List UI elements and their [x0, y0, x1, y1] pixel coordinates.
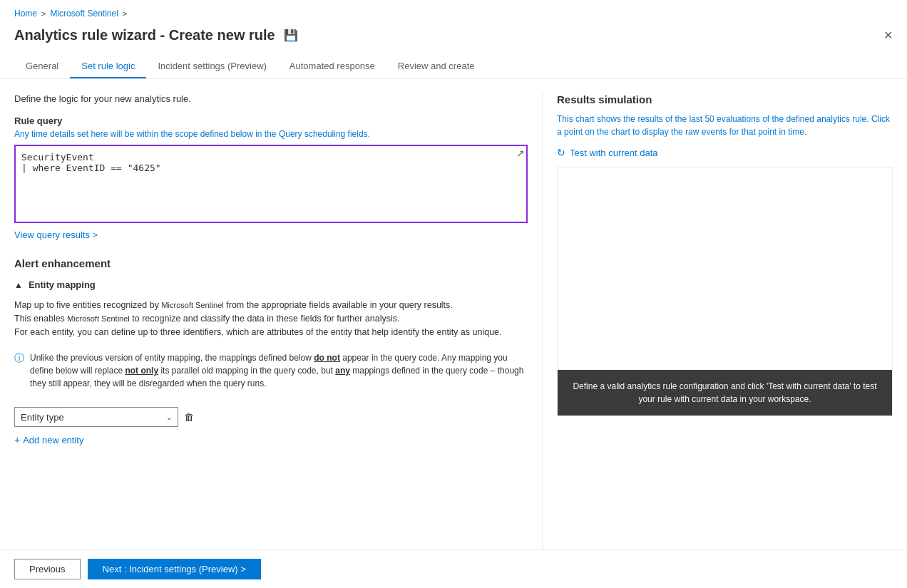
info-box: ⓘ Unlike the previous version of entity …	[14, 346, 528, 396]
info-text: Unlike the previous version of entity ma…	[30, 351, 528, 390]
test-btn-label: Test with current data	[570, 148, 658, 158]
breadcrumb-sep2: >	[123, 9, 127, 18]
info-icon: ⓘ	[14, 352, 24, 390]
entity-mapping-chevron-up: ▲	[14, 280, 23, 290]
next-button[interactable]: Next : Incident settings (Preview) >	[88, 559, 261, 579]
simulation-tooltip: Define a valid analytics rule configurat…	[558, 370, 892, 416]
previous-button[interactable]: Previous	[14, 559, 81, 579]
page-header: Analytics rule wizard - Create new rule …	[0, 24, 907, 55]
breadcrumb-sep1: >	[41, 9, 46, 18]
refresh-icon: ↻	[557, 147, 565, 158]
entity-mapping-label: Entity mapping	[29, 279, 96, 290]
section-intro: Define the logic for your new analytics …	[14, 93, 528, 104]
tab-automated-response[interactable]: Automated response	[278, 55, 386, 78]
breadcrumb-sentinel[interactable]: Microsoft Sentinel	[50, 9, 118, 19]
breadcrumb: Home > Microsoft Sentinel >	[0, 0, 907, 24]
tab-general[interactable]: General	[14, 55, 70, 78]
breadcrumb-home[interactable]: Home	[14, 9, 37, 19]
entity-mapping-desc: Map up to five entities recognized by Mi…	[14, 299, 528, 339]
entity-type-row: Entity type ⌄ 🗑	[14, 407, 528, 427]
tab-set-rule-logic[interactable]: Set rule logic	[70, 55, 146, 78]
save-icon[interactable]: 💾	[284, 29, 298, 42]
test-with-current-data-button[interactable]: ↻ Test with current data	[557, 147, 893, 158]
view-query-results-link[interactable]: View query results >	[14, 229, 98, 240]
chevron-down-icon: ⌄	[166, 413, 172, 421]
delete-entity-icon[interactable]: 🗑	[184, 411, 194, 423]
rule-query-label: Rule query	[14, 115, 528, 126]
footer: Previous Next : Incident settings (Previ…	[0, 550, 907, 588]
add-entity-button[interactable]: + Add new entity	[14, 434, 83, 445]
entity-mapping-header[interactable]: ▲ Entity mapping	[14, 279, 528, 290]
expand-icon[interactable]: ↗	[516, 148, 525, 159]
entity-type-dropdown[interactable]: Entity type ⌄	[14, 407, 178, 427]
query-container: SecurityEvent | where EventID == "4625" …	[14, 145, 528, 225]
right-panel: Results simulation This chart shows the …	[542, 93, 893, 553]
tab-review-create[interactable]: Review and create	[386, 55, 486, 78]
plus-icon: +	[14, 434, 20, 445]
sentinel-brand-2: Microsoft Sentinel	[67, 314, 129, 323]
main-content: Define the logic for your new analytics …	[0, 79, 907, 553]
add-entity-label: Add new entity	[23, 435, 83, 445]
rule-query-editor[interactable]: SecurityEvent | where EventID == "4625"	[14, 145, 528, 223]
alert-enhancement-section: Alert enhancement ▲ Entity mapping Map u…	[14, 257, 528, 445]
alert-enhancement-title: Alert enhancement	[14, 257, 528, 269]
left-panel: Define the logic for your new analytics …	[14, 93, 542, 553]
rule-query-desc: Any time details set here will be within…	[14, 129, 528, 139]
tab-incident-settings[interactable]: Incident settings (Preview)	[146, 55, 277, 78]
sentinel-brand-1: Microsoft Sentinel	[161, 301, 223, 309]
tab-bar: General Set rule logic Incident settings…	[0, 55, 907, 79]
results-sim-desc: This chart shows the results of the last…	[557, 113, 893, 138]
simulation-area: Define a valid analytics rule configurat…	[557, 167, 893, 416]
close-button[interactable]: ✕	[883, 29, 893, 42]
entity-type-value: Entity type	[21, 412, 64, 423]
page-title: Analytics rule wizard - Create new rule	[14, 27, 275, 43]
results-sim-title: Results simulation	[557, 93, 893, 105]
